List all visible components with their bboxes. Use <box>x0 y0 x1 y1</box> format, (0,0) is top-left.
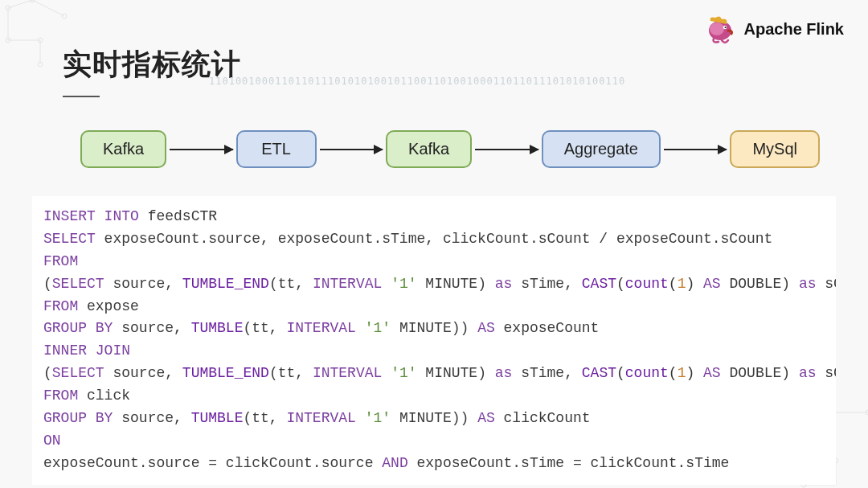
flow-arrow-icon <box>170 149 232 150</box>
flow-node-mysql: MySql <box>730 130 820 168</box>
code-line: FROM expose <box>43 296 825 318</box>
bg-binary-top: 1101001000110110111010101001011001101001… <box>209 76 625 87</box>
sql-code-block: INSERT INTO feedsCTRSELECT exposeCount.s… <box>32 196 836 485</box>
flow-node-etl: ETL <box>236 130 317 168</box>
title-underline <box>63 96 100 97</box>
flow-arrow-icon <box>475 149 538 150</box>
flink-logo-icon <box>704 13 736 45</box>
code-line: FROM click <box>43 385 825 408</box>
svg-point-13 <box>710 23 724 35</box>
flow-node-aggregate: Aggregate <box>542 130 661 168</box>
slide-title-block: 实时指标统计 <box>63 45 241 97</box>
code-line: SELECT exposeCount.source, exposeCount.s… <box>43 228 825 251</box>
code-line: FROM <box>43 251 825 273</box>
flow-arrow-icon <box>320 149 383 150</box>
code-line: INNER JOIN <box>43 340 825 363</box>
flow-node-kafka: Kafka <box>386 130 472 168</box>
brand: Apache Flink <box>704 13 844 45</box>
brand-name: Apache Flink <box>744 20 844 39</box>
svg-point-15 <box>724 27 726 28</box>
code-line: INSERT INTO feedsCTR <box>43 206 825 228</box>
code-line: (SELECT source, TUMBLE_END(tt, INTERVAL … <box>43 363 825 385</box>
pipeline-flow: KafkaETLKafkaAggregateMySql <box>80 130 820 168</box>
code-line: ON <box>43 430 825 453</box>
code-line: (SELECT source, TUMBLE_END(tt, INTERVAL … <box>43 273 825 296</box>
code-line: GROUP BY source, TUMBLE(tt, INTERVAL '1'… <box>43 408 825 430</box>
flow-node-kafka: Kafka <box>80 130 166 168</box>
code-line: GROUP BY source, TUMBLE(tt, INTERVAL '1'… <box>43 318 825 340</box>
code-line: exposeCount.source = clickCount.source A… <box>43 453 825 475</box>
flow-arrow-icon <box>664 149 727 150</box>
